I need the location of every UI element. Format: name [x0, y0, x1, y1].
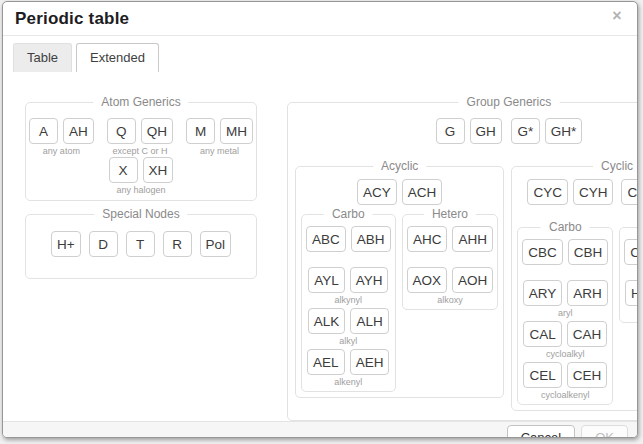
btn-xh[interactable]: XH [143, 157, 174, 183]
btn-aox[interactable]: AOX [407, 267, 448, 293]
btn-ael[interactable]: AEL [307, 349, 345, 375]
ok-button[interactable]: OK [581, 425, 628, 438]
atom-generics-row-1: A AH any atom Q QH except C or H [34, 118, 248, 157]
btn-gh[interactable]: GH [470, 118, 502, 144]
btn-ayl[interactable]: AYL [308, 267, 345, 293]
fieldset-group-generics: Group Generics G GH G* GH* [287, 102, 638, 421]
cyclic-carbo-legend: Carbo [541, 220, 590, 235]
fieldset-cyclic: Cyclic CYC CYH CXX [511, 166, 638, 411]
close-icon[interactable]: × [609, 8, 625, 24]
group-generics-legend: Group Generics [459, 95, 560, 110]
acyclic-hetero-legend: Hetero [424, 207, 476, 222]
btn-h-plus[interactable]: H+ [51, 231, 81, 257]
atom-generics-row-2: X XH any halogen [34, 157, 248, 196]
btn-ah[interactable]: AH [63, 118, 94, 144]
caption-except-c-or-h: except C or H [112, 146, 167, 157]
tab-extended[interactable]: Extended [76, 43, 159, 72]
btn-aeh[interactable]: AEH [350, 349, 390, 375]
dialog-footer: Cancel OK [3, 421, 637, 438]
caption-any-metal: any metal [200, 146, 239, 157]
btn-t[interactable]: T [126, 231, 155, 257]
tab-bar: Table Extended [13, 43, 637, 72]
btn-ach[interactable]: ACH [402, 179, 443, 205]
btn-chc[interactable]: CHC [624, 239, 638, 265]
btn-qh[interactable]: QH [141, 118, 173, 144]
fieldset-cyclic-carbo: Carbo CBC CBH [517, 227, 613, 405]
btn-cah[interactable]: CAH [567, 321, 608, 347]
btn-x[interactable]: X [109, 157, 138, 183]
pair-any-atom: A AH any atom [29, 118, 94, 157]
btn-alk[interactable]: ALK [308, 308, 346, 334]
caption-aryl: aryl [558, 308, 573, 319]
pair-any-metal: M MH any metal [186, 118, 253, 157]
caption-cycloalkenyl: cycloalkenyl [541, 390, 590, 401]
btn-abc[interactable]: ABC [306, 226, 346, 252]
caption-alkenyl: alkenyl [334, 377, 362, 388]
fieldset-cyclic-hetero: Hetero CHC CHH [619, 227, 638, 323]
btn-cxx[interactable]: CXX [621, 179, 638, 205]
btn-har[interactable]: HAR [625, 280, 638, 306]
btn-ceh[interactable]: CEH [567, 362, 608, 388]
group-generics-sections: Acyclic ACY ACH Carbo [295, 166, 638, 411]
right-column: Group Generics G GH G* GH* [287, 102, 638, 421]
acyclic-carbo-legend: Carbo [324, 207, 373, 222]
left-column: Atom Generics A AH any atom Q QH [25, 102, 257, 279]
caption-alkynyl: alkynyl [335, 295, 363, 306]
fieldset-acyclic-carbo: Carbo ABC ABH [301, 214, 396, 392]
btn-gh-star[interactable]: GH* [545, 118, 583, 144]
dialog-header: Periodic table × [3, 2, 637, 36]
fieldset-acyclic-hetero: Hetero AHC AHH [402, 214, 499, 310]
caption-cycloalkyl: cycloalkyl [546, 349, 585, 360]
btn-mh[interactable]: MH [220, 118, 253, 144]
btn-q[interactable]: Q [107, 118, 136, 144]
caption-any-atom: any atom [43, 146, 80, 157]
dialog-title: Periodic table [15, 9, 129, 28]
btn-cyh[interactable]: CYH [573, 179, 614, 205]
btn-arh[interactable]: ARH [567, 280, 608, 306]
btn-aoh[interactable]: AOH [452, 267, 493, 293]
btn-ary[interactable]: ARY [523, 280, 563, 306]
dialog-content: Atom Generics A AH any atom Q QH [3, 72, 637, 421]
btn-r[interactable]: R [163, 231, 192, 257]
fieldset-atom-generics: Atom Generics A AH any atom Q QH [25, 102, 257, 201]
btn-alh[interactable]: ALH [350, 308, 388, 334]
special-nodes-legend: Special Nodes [94, 207, 187, 222]
btn-m[interactable]: M [186, 118, 215, 144]
btn-acy[interactable]: ACY [357, 179, 397, 205]
btn-ahh[interactable]: AHH [452, 226, 493, 252]
caption-alkyl: alkyl [339, 336, 357, 347]
btn-a[interactable]: A [29, 118, 58, 144]
tab-table[interactable]: Table [13, 43, 72, 72]
btn-d[interactable]: D [89, 231, 118, 257]
pair-any-halogen: X XH any halogen [109, 157, 174, 196]
btn-g[interactable]: G [436, 118, 465, 144]
acyclic-legend: Acyclic [373, 159, 426, 174]
btn-ahc[interactable]: AHC [407, 226, 448, 252]
caption-alkoxy: alkoxy [437, 295, 463, 306]
btn-abh[interactable]: ABH [351, 226, 391, 252]
special-nodes-row: H+ D T R Pol [34, 231, 248, 257]
fieldset-special-nodes: Special Nodes H+ D T R Pol [25, 214, 257, 279]
cancel-button[interactable]: Cancel [507, 425, 575, 438]
btn-cbc[interactable]: CBC [522, 239, 563, 265]
btn-cyc[interactable]: CYC [527, 179, 568, 205]
pair-except-c-or-h: Q QH except C or H [107, 118, 173, 157]
btn-cel[interactable]: CEL [523, 362, 561, 388]
cyclic-legend: Cyclic [593, 159, 638, 174]
btn-g-star[interactable]: G* [511, 118, 540, 144]
fieldset-acyclic: Acyclic ACY ACH Carbo [295, 166, 504, 398]
btn-ayh[interactable]: AYH [350, 267, 389, 293]
btn-pol[interactable]: Pol [200, 231, 232, 257]
btn-cbh[interactable]: CBH [568, 239, 609, 265]
caption-any-halogen: any halogen [116, 185, 165, 196]
periodic-table-dialog: Periodic table × Table Extended Atom Gen… [2, 1, 638, 438]
atom-generics-legend: Atom Generics [93, 95, 188, 110]
group-generics-top-row: G GH G* GH* [295, 118, 638, 157]
btn-cal[interactable]: CAL [523, 321, 561, 347]
